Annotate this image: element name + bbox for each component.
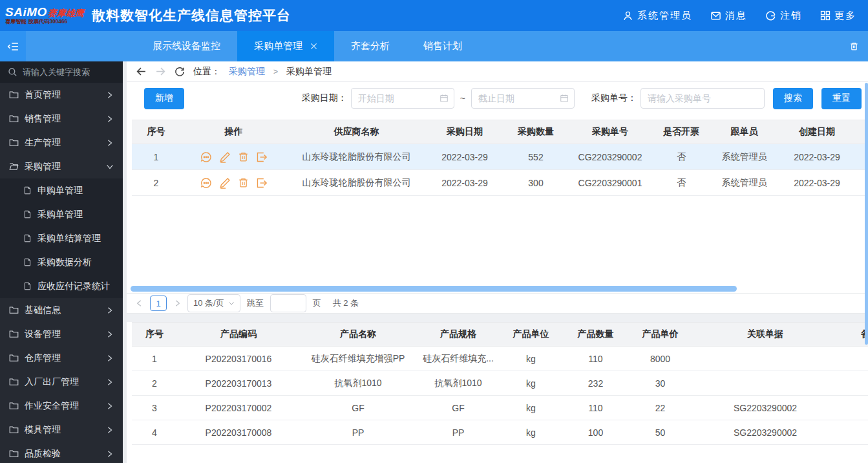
back-icon[interactable] [136,66,147,77]
reset-button[interactable]: 重置 [821,88,862,109]
order-no-field[interactable] [640,88,765,109]
cell-created: 2022-03-29 [778,178,856,188]
col-invoiced: 是否开票 [652,126,710,138]
search-input[interactable] [23,67,113,77]
start-date-field[interactable] [351,88,454,109]
sidebar-subitem-purchase-order[interactable]: 采购单管理 [0,202,123,226]
sidebar-item-production[interactable]: 生产管理 [0,131,123,155]
product-row-1[interactable]: 1 P202203170016 硅灰石纤维填充增强PP 硅灰石纤维填充... k… [132,347,868,371]
messages-button[interactable]: 消息 [710,10,747,22]
sidebar-item-procurement[interactable]: 采购管理 [0,155,123,178]
sidebar-item-basic-info[interactable]: 基础信息 [0,298,123,322]
row-actions [180,177,287,189]
end-date-field[interactable] [471,88,575,109]
export-icon[interactable] [256,177,268,189]
cell-invoiced: 否 [652,151,710,163]
breadcrumb-parent-link[interactable]: 采购管理 [229,66,265,78]
col-note: 备 [840,328,868,340]
sidebar-item-quality[interactable]: 品质检验 [0,442,123,463]
cell-related-doc: SG2203290002 [691,403,840,413]
horizontal-scrollbar[interactable] [131,285,865,293]
order-row-2[interactable]: 2 山东玲珑轮胎股份有限公司 2022-03-29 300 CG22032900… [132,170,865,196]
cell-seq: 1 [132,354,177,364]
sidebar-item-sales[interactable]: 销售管理 [0,107,123,131]
edit-icon[interactable] [219,151,231,163]
sidebar-subitem-purchase-settlement[interactable]: 采购单结算管理 [0,226,123,250]
current-user[interactable]: 系统管理员 [622,10,692,22]
sidebar: 首页管理 销售管理 生产管理 采购管理 申购单管理 采购单管理 [0,61,123,463]
col-product-name: 产品名称 [300,328,416,340]
tab-bar: 展示线设备监控 采购单管理 齐套分析 销售计划 [0,31,868,61]
col-seq: 序号 [132,328,177,340]
col-product-price: 产品单价 [630,328,691,340]
main-area: 位置： 采购管理 > 采购单管理 新增 采购日期： ~ 采购单号： [127,61,868,463]
add-button[interactable]: 新增 [144,88,184,109]
logout-button[interactable]: 注销 [765,10,802,22]
col-actions: 操作 [180,126,287,138]
orders-panel: 序号 操作 供应商名称 采购日期 采购数量 采购单号 是否开票 跟单员 创建日期… [127,114,868,293]
page-size-select[interactable]: 10 条/页 [187,294,240,312]
tab-sales-plan[interactable]: 销售计划 [407,31,479,61]
search-button[interactable]: 搜索 [773,88,813,109]
cell-product-price: 8000 [630,354,691,364]
start-date-input[interactable] [352,93,454,103]
comment-icon[interactable] [200,151,212,163]
collapse-sidebar-icon [7,41,19,52]
cell-purchase-date: 2022-03-29 [426,178,503,188]
col-supplier: 供应商名称 [287,126,426,138]
sidebar-item-mold[interactable]: 模具管理 [0,418,123,442]
next-page-icon[interactable] [173,299,181,307]
order-no-input[interactable] [641,93,764,103]
cell-product-price: 50 [630,427,691,438]
sidebar-item-entry-exit[interactable]: 入厂出厂管理 [0,370,123,394]
folder-icon [9,90,19,100]
sidebar-item-homepage[interactable]: 首页管理 [0,83,123,107]
product-row-3[interactable]: 3 P202203170002 GF GF kg 110 22 SG220329… [132,396,868,420]
clear-tabs-trash-icon[interactable] [849,41,859,51]
edit-icon[interactable] [219,177,231,189]
products-table-header: 序号 产品编码 产品名称 产品规格 产品单位 产品数量 产品单价 关联单据 备 [132,322,868,347]
comment-icon[interactable] [200,177,212,189]
cell-product-spec: GF [416,403,500,413]
delete-icon[interactable] [238,177,249,188]
cell-seq: 2 [132,378,177,389]
more-button[interactable]: 更多 [820,10,856,22]
chevron-right-icon [106,330,114,338]
prev-page-icon[interactable] [136,299,143,307]
cell-product-name: PP [300,427,416,438]
tab-purchase-order[interactable]: 采购单管理 [237,31,334,61]
export-icon[interactable] [256,151,268,163]
jump-page-input[interactable] [270,294,306,312]
product-row-4[interactable]: 4 P202203170008 PP PP kg 100 50 SG220329… [132,420,868,445]
sidebar-subitem-receivable-payable[interactable]: 应收应付记录统计 [0,274,123,298]
close-tab-icon[interactable] [310,43,317,50]
sidebar-item-warehouse[interactable]: 仓库管理 [0,346,123,370]
sidebar-subitem-purchase-request[interactable]: 申购单管理 [0,178,123,202]
page-number-button[interactable]: 1 [150,296,167,311]
forward-icon[interactable] [155,66,166,77]
collapse-sidebar-button[interactable] [0,31,26,61]
tab-kitting-analysis[interactable]: 齐套分析 [334,31,407,61]
sidebar-item-work-safety[interactable]: 作业安全管理 [0,394,123,418]
chevron-down-icon [106,163,114,171]
page-word: 页 [313,297,321,309]
breadcrumb-separator: > [273,67,278,76]
product-row-2[interactable]: 2 P202203170013 抗氧剂1010 抗氧剂1010 kg 232 3… [132,371,868,396]
order-row-1[interactable]: 1 山东玲珑轮胎股份有限公司 2022-03-29 552 CG22032900… [132,144,865,170]
cell-invoiced: 否 [652,177,710,189]
sidebar-search[interactable] [0,61,123,83]
sidebar-item-equipment[interactable]: 设备管理 [0,322,123,346]
vertical-scrollbar-thumb[interactable] [865,83,868,345]
header-menu: 系统管理员 消息 注销 更多 [622,10,856,22]
cell-order-no: CG2203290002 [568,152,652,162]
refresh-icon[interactable] [175,67,185,77]
sidebar-subitem-purchase-analysis[interactable]: 采购数据分析 [0,250,123,274]
end-date-input[interactable] [472,93,574,103]
breadcrumb-location-label: 位置： [193,66,220,78]
col-product-qty: 产品数量 [562,328,630,340]
horizontal-scrollbar-thumb[interactable] [131,286,737,292]
tab-display-line-monitor[interactable]: 展示线设备监控 [136,31,237,61]
filter-controls: 采购日期： ~ 采购单号： 搜索 重置 [302,88,862,109]
folder-icon [9,449,19,458]
delete-icon[interactable] [238,151,249,162]
